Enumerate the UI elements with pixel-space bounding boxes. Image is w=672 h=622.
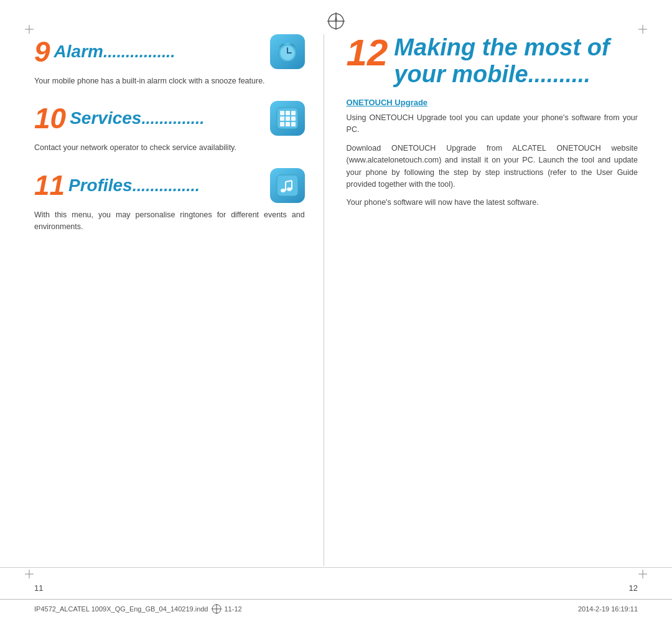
svg-rect-25 [291, 116, 296, 121]
section-10-title: Services.............. [70, 108, 204, 128]
section-10-header: 10 Services.............. [34, 101, 305, 136]
bottom-bar: 11 12 IP4572_ALCATEL 1009X_QG_Eng_GB_04_… [0, 567, 672, 622]
corner-mark-tr [638, 25, 647, 34]
corner-mark-tl [25, 25, 34, 34]
footer-left: IP4572_ALCATEL 1009X_QG_Eng_GB_04_140219… [34, 603, 242, 615]
footer-row: IP4572_ALCATEL 1009X_QG_Eng_GB_04_140219… [0, 599, 672, 622]
left-column: 9 Alarm................ [34, 34, 324, 566]
section-11-header: 11 Profiles............... [34, 168, 305, 203]
subsection-onetouch-title: ONETOUCH Upgrade [347, 98, 638, 107]
section-12-heading: 12 Making the most of your mobile.......… [347, 34, 638, 88]
svg-rect-28 [291, 122, 296, 126]
svg-rect-29 [277, 175, 298, 196]
footer-date: 2014-2-19 16:19:11 [578, 605, 638, 613]
svg-rect-26 [280, 122, 284, 126]
footer-pages: 11-12 [225, 605, 242, 613]
services-icon [270, 101, 305, 136]
page-num-right: 12 [629, 583, 638, 593]
section-10-number: 10 [34, 104, 66, 133]
svg-rect-24 [286, 116, 290, 121]
svg-rect-22 [291, 111, 296, 115]
alarm-icon [270, 34, 305, 69]
svg-rect-27 [286, 122, 290, 126]
footer-compass-icon [211, 603, 222, 615]
paragraph-3: Your phone's software will now have the … [347, 197, 638, 209]
page-numbers-row: 11 12 [0, 583, 672, 593]
footer-file-info: IP4572_ALCATEL 1009X_QG_Eng_GB_04_140219… [34, 605, 208, 613]
svg-point-33 [287, 187, 292, 191]
paragraph-2: Download ONETOUCH Upgrade from ALCATEL O… [347, 143, 638, 191]
section-12-title-block: Making the most of your mobile.......... [394, 34, 638, 88]
svg-rect-21 [286, 111, 290, 115]
compass-top [326, 11, 346, 31]
section-9-body: Your mobile phone has a built-in alarm c… [34, 75, 305, 87]
page-container: 9 Alarm................ [0, 0, 672, 622]
section-11-title: Profiles............... [68, 176, 200, 196]
section-12-title-line2: your mobile.......... [394, 61, 590, 87]
section-11-body: With this menu, you may personalise ring… [34, 209, 305, 233]
svg-point-30 [281, 189, 286, 192]
svg-rect-20 [280, 111, 284, 115]
section-9-title: Alarm................ [54, 42, 175, 62]
page-num-left: 11 [34, 583, 43, 593]
svg-rect-18 [286, 43, 289, 45]
section-9-header: 9 Alarm................ [34, 34, 305, 69]
svg-rect-23 [280, 116, 284, 121]
section-9-number: 9 [34, 37, 50, 66]
section-10-body: Contact your network operator to check s… [34, 142, 305, 154]
section-12-number: 12 [347, 34, 388, 72]
section-12-title-line1: Making the most of [394, 34, 638, 61]
section-11-number: 11 [34, 172, 65, 199]
right-column: 12 Making the most of your mobile.......… [324, 34, 638, 566]
profiles-icon [270, 168, 305, 203]
paragraph-1: Using ONETOUCH Upgrade tool you can upda… [347, 112, 638, 136]
columns: 9 Alarm................ [34, 34, 638, 566]
